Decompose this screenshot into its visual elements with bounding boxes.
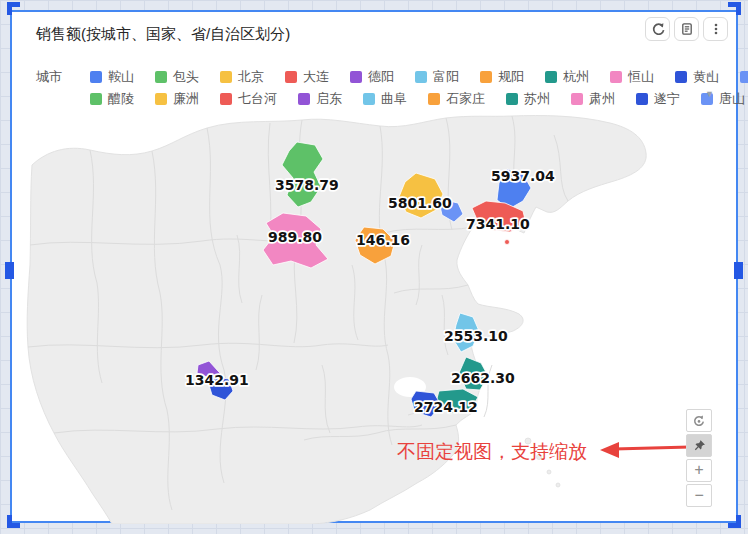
widget-title: 销售额(按城市、国家、省/自治区划分)	[36, 25, 290, 44]
map-value-label: 146.16	[356, 232, 410, 248]
annotation-group: 不固定视图，支持缩放	[397, 441, 690, 462]
map-value-label: 989.80	[268, 229, 322, 245]
map-value-label: 2724.12	[414, 399, 478, 415]
map-value-label: 2662.30	[451, 370, 515, 386]
map-canvas[interactable]: 3578.795801.605937.047341.10989.80146.16…	[12, 115, 738, 524]
selection-handle-bottom-left[interactable]	[7, 515, 20, 528]
legend-item-醴陵[interactable]: 醴陵	[90, 90, 134, 108]
annotation-arrow-shaft	[614, 447, 690, 449]
legend-swatch	[740, 71, 748, 83]
legend-item-label: 德阳	[368, 68, 394, 86]
legend-item-开远[interactable]: 开远	[740, 68, 748, 86]
map-zoom-in-button[interactable]: +	[686, 459, 712, 482]
legend-item-label: 恒山	[628, 68, 654, 86]
legend-item-label: 启东	[316, 90, 342, 108]
legend-item-曲阜[interactable]: 曲阜	[363, 90, 407, 108]
legend-item-label: 廉洲	[173, 90, 199, 108]
legend-item-包头[interactable]: 包头	[155, 68, 199, 86]
legend-item-label: 遂宁	[654, 90, 680, 108]
legend-item-label: 醴陵	[108, 90, 134, 108]
legend-item-遂宁[interactable]: 遂宁	[636, 90, 680, 108]
map-value-label: 3578.79	[275, 177, 339, 193]
selection-handle-bottom-right[interactable]	[728, 515, 741, 528]
legend-item-大连[interactable]: 大连	[285, 68, 329, 86]
legend-swatch	[155, 93, 167, 105]
legend-swatch	[636, 93, 648, 105]
map-value-label: 5801.60	[388, 195, 452, 211]
legend-item-苏州[interactable]: 苏州	[506, 90, 550, 108]
widget-toolbar	[645, 17, 728, 41]
legend-swatch	[415, 71, 427, 83]
legend-swatch	[571, 93, 583, 105]
legend-item-label: 大连	[303, 68, 329, 86]
kebab-menu-icon	[709, 22, 723, 36]
legend-item-label: 苏州	[524, 90, 550, 108]
legend-item-廉洲[interactable]: 廉洲	[155, 90, 199, 108]
legend-swatch	[675, 71, 687, 83]
legend-swatch	[298, 93, 310, 105]
selection-handle-middle-right[interactable]	[734, 262, 743, 279]
legend-swatch	[155, 71, 167, 83]
legend-item-富阳[interactable]: 富阳	[415, 68, 459, 86]
legend-item-label: 石家庄	[446, 90, 485, 108]
legend-field-label: 城市	[36, 68, 90, 86]
map-value-label: 7341.10	[466, 216, 530, 232]
legend-item-七台河[interactable]: 七台河	[220, 90, 277, 108]
annotation-text: 不固定视图，支持缩放	[397, 441, 587, 462]
legend-item-规阳[interactable]: 规阳	[480, 68, 524, 86]
more-options-button[interactable]	[703, 17, 728, 41]
legend-swatch	[220, 71, 232, 83]
legend-item-label: 曲阜	[381, 90, 407, 108]
map-value-label: 5937.04	[491, 168, 555, 184]
legend-item-石家庄[interactable]: 石家庄	[428, 90, 485, 108]
map-value-label: 2553.10	[444, 328, 508, 344]
legend-item-label: 北京	[238, 68, 264, 86]
legend-swatch	[506, 93, 518, 105]
map-value-label: 1342.91	[185, 372, 249, 388]
legend-swatch	[220, 93, 232, 105]
legend-item-鞍山[interactable]: 鞍山	[90, 68, 134, 86]
map-region-red-islet[interactable]	[505, 240, 510, 245]
legend-swatch	[350, 71, 362, 83]
legend-swatch	[545, 71, 557, 83]
selection-handle-middle-left[interactable]	[5, 262, 14, 279]
map-zoom-out-button[interactable]: −	[686, 484, 712, 507]
legend-scroll-down-icon[interactable]: ▼	[705, 90, 714, 99]
legend-swatch	[285, 71, 297, 83]
legend-item-恒山[interactable]: 恒山	[610, 68, 654, 86]
legend-item-北京[interactable]: 北京	[220, 68, 264, 86]
refresh-icon	[651, 22, 665, 36]
legend-item-label: 唐山	[719, 90, 745, 108]
chart-widget-card[interactable]: 销售额(按城市、国家、省/自治区划分) 城市 鞍山包头北	[10, 10, 738, 523]
selection-handle-top-left[interactable]	[7, 2, 20, 15]
legend-item-label: 七台河	[238, 90, 277, 108]
pin-icon	[693, 439, 706, 452]
legend-swatch	[610, 71, 622, 83]
legend-swatch	[428, 93, 440, 105]
legend-item-label: 鞍山	[108, 68, 134, 86]
legend-item-label: 富阳	[433, 68, 459, 86]
legend-item-肃州[interactable]: 肃州	[571, 90, 615, 108]
legend-item-启东[interactable]: 启东	[298, 90, 342, 108]
legend-scroll-up-icon[interactable]: ▲	[705, 70, 714, 79]
legend-swatch	[90, 71, 102, 83]
legend-item-label: 肃州	[589, 90, 615, 108]
legend-item-德阳[interactable]: 德阳	[350, 68, 394, 86]
map-reset-view-button[interactable]	[686, 409, 712, 432]
legend-item-label: 包头	[173, 68, 199, 86]
legend-scroll-arrows: ▲ ▼	[705, 70, 714, 99]
legend-swatch	[363, 93, 375, 105]
legend-item-杭州[interactable]: 杭州	[545, 68, 589, 86]
legend-swatch	[480, 71, 492, 83]
legend-row-2: 醴陵廉洲七台河启东曲阜石家庄苏州肃州遂宁唐山潼川	[36, 91, 748, 107]
legend-item-label: 规阳	[498, 68, 524, 86]
annotation-arrowhead	[600, 442, 619, 458]
document-icon	[680, 22, 694, 36]
legend-item-label: 杭州	[563, 68, 589, 86]
legend-row-1: 城市 鞍山包头北京大连德阳富阳规阳杭州恒山黄山开远	[36, 69, 748, 85]
selection-handle-top-right[interactable]	[728, 2, 741, 15]
data-detail-button[interactable]	[674, 17, 699, 41]
map-pin-view-button[interactable]	[686, 434, 712, 457]
refresh-button[interactable]	[645, 17, 670, 41]
reset-view-icon	[692, 414, 706, 428]
